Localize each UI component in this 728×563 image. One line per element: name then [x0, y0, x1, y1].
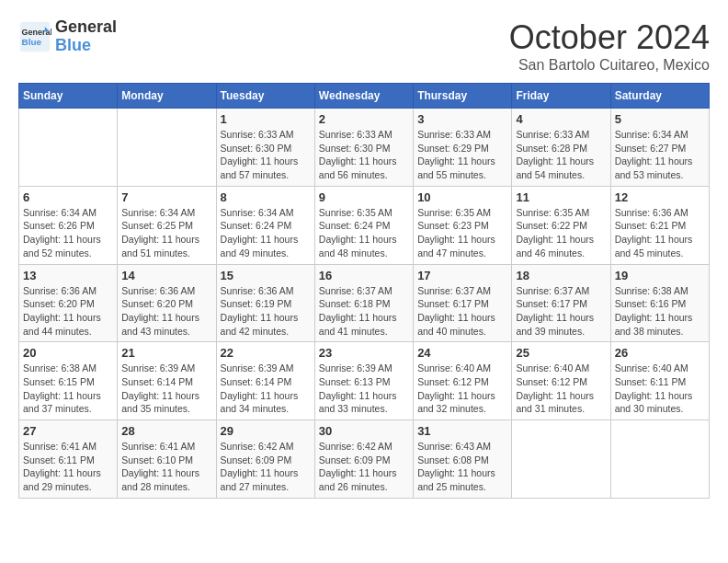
- calendar-cell: 11Sunrise: 6:35 AM Sunset: 6:22 PM Dayli…: [512, 186, 610, 264]
- day-number: 26: [615, 346, 705, 360]
- day-info: Sunrise: 6:36 AM Sunset: 6:20 PM Dayligh…: [121, 284, 211, 339]
- day-number: 13: [23, 269, 113, 282]
- logo: General Blue General Blue: [18, 18, 117, 55]
- calendar-cell: [512, 420, 610, 499]
- day-info: Sunrise: 6:36 AM Sunset: 6:19 PM Dayligh…: [221, 284, 311, 339]
- day-info: Sunrise: 6:40 AM Sunset: 6:12 PM Dayligh…: [417, 362, 507, 416]
- calendar-cell: 4Sunrise: 6:33 AM Sunset: 6:28 PM Daylig…: [512, 109, 610, 187]
- day-info: Sunrise: 6:43 AM Sunset: 6:08 PM Dayligh…: [417, 440, 507, 494]
- calendar-cell: 15Sunrise: 6:36 AM Sunset: 6:19 PM Dayli…: [216, 264, 314, 342]
- calendar-cell: 9Sunrise: 6:35 AM Sunset: 6:24 PM Daylig…: [314, 186, 413, 264]
- calendar-cell: 29Sunrise: 6:42 AM Sunset: 6:09 PM Dayli…: [216, 420, 314, 499]
- day-info: Sunrise: 6:35 AM Sunset: 6:23 PM Dayligh…: [417, 206, 507, 260]
- calendar-cell: 13Sunrise: 6:36 AM Sunset: 6:20 PM Dayli…: [19, 264, 118, 342]
- week-row-1: 1Sunrise: 6:33 AM Sunset: 6:30 PM Daylig…: [19, 109, 710, 187]
- calendar-cell: 26Sunrise: 6:40 AM Sunset: 6:11 PM Dayli…: [610, 342, 709, 420]
- day-number: 31: [417, 424, 507, 438]
- day-number: 19: [615, 269, 705, 282]
- day-info: Sunrise: 6:33 AM Sunset: 6:28 PM Dayligh…: [516, 128, 606, 182]
- day-number: 9: [319, 190, 409, 204]
- calendar-cell: 17Sunrise: 6:37 AM Sunset: 6:17 PM Dayli…: [414, 264, 512, 342]
- week-row-3: 13Sunrise: 6:36 AM Sunset: 6:20 PM Dayli…: [19, 264, 710, 342]
- calendar-cell: 6Sunrise: 6:34 AM Sunset: 6:26 PM Daylig…: [19, 186, 118, 264]
- weekday-header-sunday: Sunday: [19, 84, 118, 109]
- week-row-2: 6Sunrise: 6:34 AM Sunset: 6:26 PM Daylig…: [19, 186, 710, 264]
- weekday-header-friday: Friday: [512, 84, 610, 109]
- day-number: 2: [319, 112, 409, 126]
- day-number: 8: [221, 190, 311, 204]
- weekday-header-monday: Monday: [118, 84, 216, 109]
- calendar-cell: 7Sunrise: 6:34 AM Sunset: 6:25 PM Daylig…: [118, 186, 216, 264]
- calendar-cell: 30Sunrise: 6:42 AM Sunset: 6:09 PM Dayli…: [314, 420, 413, 499]
- calendar-cell: 25Sunrise: 6:40 AM Sunset: 6:12 PM Dayli…: [512, 342, 610, 420]
- month-title: October 2024: [509, 18, 710, 57]
- day-number: 12: [615, 190, 705, 204]
- day-number: 21: [121, 346, 211, 360]
- day-number: 5: [615, 112, 705, 126]
- week-row-5: 27Sunrise: 6:41 AM Sunset: 6:11 PM Dayli…: [19, 420, 710, 499]
- weekday-header-tuesday: Tuesday: [216, 84, 314, 109]
- day-number: 27: [23, 424, 113, 438]
- day-number: 10: [417, 190, 507, 204]
- calendar-cell: [19, 109, 118, 187]
- calendar-cell: [610, 420, 709, 499]
- calendar-cell: 24Sunrise: 6:40 AM Sunset: 6:12 PM Dayli…: [414, 342, 512, 420]
- day-info: Sunrise: 6:39 AM Sunset: 6:14 PM Dayligh…: [121, 362, 211, 416]
- day-number: 30: [319, 424, 409, 438]
- calendar-cell: 2Sunrise: 6:33 AM Sunset: 6:30 PM Daylig…: [314, 109, 413, 187]
- day-number: 4: [516, 112, 606, 126]
- day-number: 24: [417, 346, 507, 360]
- day-number: 23: [319, 346, 409, 360]
- day-number: 6: [23, 190, 113, 204]
- day-number: 15: [221, 269, 311, 282]
- calendar-cell: 20Sunrise: 6:38 AM Sunset: 6:15 PM Dayli…: [19, 342, 118, 420]
- calendar-cell: 23Sunrise: 6:39 AM Sunset: 6:13 PM Dayli…: [314, 342, 413, 420]
- location-subtitle: San Bartolo Cuitareo, Mexico: [509, 57, 710, 74]
- day-info: Sunrise: 6:33 AM Sunset: 6:29 PM Dayligh…: [417, 128, 507, 182]
- logo-general: General: [55, 17, 117, 36]
- day-number: 22: [221, 346, 311, 360]
- day-number: 18: [516, 269, 606, 282]
- title-block: October 2024 San Bartolo Cuitareo, Mexic…: [509, 18, 710, 74]
- calendar-cell: 22Sunrise: 6:39 AM Sunset: 6:14 PM Dayli…: [216, 342, 314, 420]
- day-info: Sunrise: 6:38 AM Sunset: 6:16 PM Dayligh…: [615, 284, 705, 339]
- calendar-cell: 12Sunrise: 6:36 AM Sunset: 6:21 PM Dayli…: [610, 186, 709, 264]
- calendar-cell: 8Sunrise: 6:34 AM Sunset: 6:24 PM Daylig…: [216, 186, 314, 264]
- day-info: Sunrise: 6:34 AM Sunset: 6:27 PM Dayligh…: [615, 128, 705, 182]
- day-info: Sunrise: 6:40 AM Sunset: 6:11 PM Dayligh…: [615, 362, 705, 416]
- calendar-cell: 10Sunrise: 6:35 AM Sunset: 6:23 PM Dayli…: [414, 186, 512, 264]
- day-number: 25: [516, 346, 606, 360]
- day-number: 29: [221, 424, 311, 438]
- calendar-cell: [118, 109, 216, 187]
- weekday-header-saturday: Saturday: [610, 84, 709, 109]
- calendar-cell: 14Sunrise: 6:36 AM Sunset: 6:20 PM Dayli…: [118, 264, 216, 342]
- day-info: Sunrise: 6:39 AM Sunset: 6:14 PM Dayligh…: [221, 362, 311, 416]
- day-info: Sunrise: 6:36 AM Sunset: 6:20 PM Dayligh…: [23, 284, 113, 339]
- day-info: Sunrise: 6:41 AM Sunset: 6:11 PM Dayligh…: [23, 440, 113, 494]
- logo-icon: General Blue: [18, 20, 51, 53]
- day-info: Sunrise: 6:37 AM Sunset: 6:17 PM Dayligh…: [417, 284, 507, 339]
- day-number: 3: [417, 112, 507, 126]
- day-info: Sunrise: 6:42 AM Sunset: 6:09 PM Dayligh…: [319, 440, 409, 494]
- day-number: 7: [121, 190, 211, 204]
- day-info: Sunrise: 6:39 AM Sunset: 6:13 PM Dayligh…: [319, 362, 409, 416]
- day-number: 16: [319, 269, 409, 282]
- day-number: 1: [221, 112, 311, 126]
- calendar-cell: 28Sunrise: 6:41 AM Sunset: 6:10 PM Dayli…: [118, 420, 216, 499]
- week-row-4: 20Sunrise: 6:38 AM Sunset: 6:15 PM Dayli…: [19, 342, 710, 420]
- day-info: Sunrise: 6:41 AM Sunset: 6:10 PM Dayligh…: [121, 440, 211, 494]
- day-number: 17: [417, 269, 507, 282]
- calendar-cell: 16Sunrise: 6:37 AM Sunset: 6:18 PM Dayli…: [314, 264, 413, 342]
- day-info: Sunrise: 6:34 AM Sunset: 6:24 PM Dayligh…: [221, 206, 311, 260]
- weekday-header-row: SundayMondayTuesdayWednesdayThursdayFrid…: [19, 84, 710, 109]
- calendar-cell: 5Sunrise: 6:34 AM Sunset: 6:27 PM Daylig…: [610, 109, 709, 187]
- day-info: Sunrise: 6:38 AM Sunset: 6:15 PM Dayligh…: [23, 362, 113, 416]
- day-info: Sunrise: 6:42 AM Sunset: 6:09 PM Dayligh…: [221, 440, 311, 494]
- calendar-cell: 19Sunrise: 6:38 AM Sunset: 6:16 PM Dayli…: [610, 264, 709, 342]
- calendar-cell: 3Sunrise: 6:33 AM Sunset: 6:29 PM Daylig…: [414, 109, 512, 187]
- calendar-cell: 21Sunrise: 6:39 AM Sunset: 6:14 PM Dayli…: [118, 342, 216, 420]
- calendar-cell: 1Sunrise: 6:33 AM Sunset: 6:30 PM Daylig…: [216, 109, 314, 187]
- day-number: 14: [121, 269, 211, 282]
- day-number: 11: [516, 190, 606, 204]
- logo-blue: Blue: [55, 37, 117, 55]
